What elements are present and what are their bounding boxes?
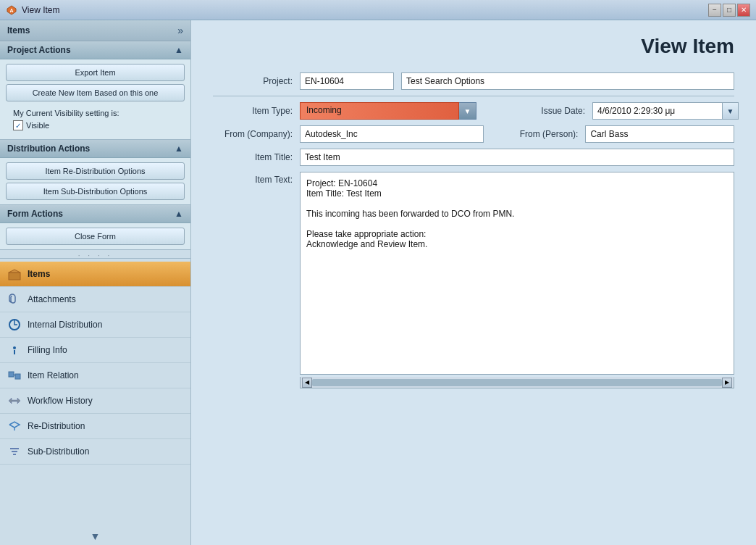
form-actions-title: Form Actions (7, 209, 63, 219)
sidebar-collapse-button[interactable]: » (177, 25, 183, 36)
title-bar: A View Item − □ ✕ (0, 0, 756, 20)
svg-rect-2 (9, 272, 20, 280)
content-area: View Item Project: Item Type: Incoming ▼… (191, 20, 756, 545)
nav-item-filling-info[interactable]: Filling Info (0, 338, 190, 363)
issue-date-input[interactable] (592, 102, 723, 120)
sub-distribution-options-button[interactable]: Item Sub-Distribution Options (6, 183, 185, 200)
items-icon (7, 267, 22, 281)
nav-workflow-history-label: Workflow History (28, 396, 93, 406)
app-icon: A (6, 4, 17, 16)
form-actions-toggle[interactable]: ▲ (175, 209, 183, 219)
item-type-label: Item Type: (213, 106, 293, 116)
distribution-actions-header[interactable]: Distribution Actions ▲ (0, 140, 190, 158)
issue-date-container: ▼ (592, 102, 739, 120)
project-actions-section: Project Actions ▲ Export Item Create New… (0, 41, 190, 140)
title-controls: − □ ✕ (708, 4, 750, 17)
horizontal-scrollbar[interactable]: ◀ ▶ (300, 377, 734, 388)
item-text-label: Item Text: (213, 172, 293, 185)
svg-marker-3 (9, 270, 20, 272)
attachments-icon (7, 292, 22, 307)
close-button[interactable]: ✕ (737, 4, 750, 17)
sidebar-spacer: · · · · (0, 250, 190, 259)
visible-checkbox[interactable]: ✓ (13, 120, 23, 130)
maximize-button[interactable]: □ (723, 4, 736, 17)
nav-internal-distribution-label: Internal Distribution (28, 320, 102, 330)
distribution-actions-section: Distribution Actions ▲ Item Re-Distribut… (0, 140, 190, 205)
scroll-right-button[interactable]: ▶ (722, 378, 732, 388)
export-item-button[interactable]: Export Item (6, 64, 185, 81)
svg-rect-7 (9, 372, 14, 377)
main-container: Items » Project Actions ▲ Export Item Cr… (0, 20, 756, 545)
distribution-actions-title: Distribution Actions (7, 143, 90, 154)
scroll-left-button[interactable]: ◀ (302, 378, 312, 388)
minimize-button[interactable]: − (708, 4, 721, 17)
from-row: From (Company): From (Person): (213, 125, 734, 143)
close-form-button[interactable]: Close Form (6, 228, 185, 245)
re-distribution-icon (7, 419, 22, 433)
project-name-input[interactable] (401, 72, 734, 90)
title-bar-left: A View Item (6, 4, 59, 16)
project-row: Project: (213, 72, 734, 90)
from-company-label: From (Company): (213, 129, 293, 139)
item-title-row: Item Title: (213, 149, 734, 166)
nav-item-items[interactable]: Items (0, 262, 190, 287)
filling-info-icon (7, 343, 22, 357)
nav-item-sub-distribution[interactable]: Sub-Distribution (0, 439, 190, 465)
issue-date-dropdown-button[interactable]: ▼ (723, 102, 739, 120)
nav-filling-info-label: Filling Info (28, 345, 67, 355)
nav-re-distribution-label: Re-Distribution (28, 421, 85, 431)
item-type-row: Item Type: Incoming ▼ Issue Date: ▼ (213, 102, 734, 120)
svg-text:A: A (9, 8, 13, 13)
nav-attachments-label: Attachments (28, 294, 76, 304)
from-person-input[interactable] (585, 125, 734, 143)
form-actions-header[interactable]: Form Actions ▲ (0, 205, 190, 223)
nav-item-attachments[interactable]: Attachments (0, 287, 190, 312)
project-input[interactable] (300, 72, 394, 90)
visibility-label: My Current Visibility setting is: (13, 109, 177, 117)
svg-rect-8 (15, 374, 20, 379)
form-actions-section: Form Actions ▲ Close Form (0, 205, 190, 250)
project-actions-content: Export Item Create New Item Based on thi… (0, 59, 190, 139)
project-label: Project: (213, 76, 293, 86)
visibility-check: ✓ Visible (13, 120, 177, 130)
redistribution-options-button[interactable]: Item Re-Distribution Options (6, 162, 185, 180)
sidebar-scroll-down[interactable]: ▼ (0, 528, 190, 545)
from-person-label: From (Person): (498, 129, 578, 139)
internal-distribution-icon (7, 317, 22, 332)
distribution-actions-toggle[interactable]: ▲ (175, 143, 183, 154)
item-type-dropdown-button[interactable]: ▼ (459, 102, 476, 120)
svg-marker-10 (9, 398, 20, 404)
svg-point-5 (13, 346, 16, 349)
scrollbar-track (312, 379, 722, 386)
item-text-container: Project: EN-10604 Item Title: Test Item … (300, 172, 734, 388)
from-company-input[interactable] (300, 125, 484, 143)
visible-label: Visible (26, 121, 49, 130)
sidebar-header-title: Items (7, 25, 30, 36)
sidebar-nav: Items Attachments Inter (0, 259, 190, 528)
nav-item-re-distribution[interactable]: Re-Distribution (0, 414, 190, 439)
nav-item-internal-distribution[interactable]: Internal Distribution (0, 312, 190, 338)
svg-rect-6 (14, 350, 15, 354)
distribution-actions-content: Item Re-Distribution Options Item Sub-Di… (0, 158, 190, 204)
divider-1 (213, 96, 734, 96)
item-text-row: Item Text: Project: EN-10604 Item Title:… (213, 172, 734, 388)
item-title-label: Item Title: (213, 152, 293, 162)
create-new-item-button[interactable]: Create New Item Based on this one (6, 84, 185, 101)
window-title: View Item (22, 5, 59, 15)
sidebar-header: Items » (0, 20, 190, 41)
item-type-value: Incoming (300, 102, 459, 120)
item-text-input[interactable]: Project: EN-10604 Item Title: Test Item … (300, 172, 734, 375)
sub-distribution-icon (7, 444, 22, 459)
item-relation-icon (7, 368, 22, 383)
item-title-input[interactable] (300, 149, 734, 166)
nav-items-label: Items (28, 269, 50, 279)
project-actions-toggle[interactable]: ▲ (175, 45, 183, 55)
item-type-container: Incoming ▼ (300, 102, 476, 120)
sidebar: Items » Project Actions ▲ Export Item Cr… (0, 20, 191, 545)
nav-item-item-relation[interactable]: Item Relation (0, 363, 190, 388)
nav-sub-distribution-label: Sub-Distribution (28, 446, 89, 457)
nav-item-relation-label: Item Relation (28, 370, 79, 380)
project-actions-header[interactable]: Project Actions ▲ (0, 41, 190, 59)
page-title: View Item (213, 35, 734, 58)
nav-item-workflow-history[interactable]: Workflow History (0, 388, 190, 414)
